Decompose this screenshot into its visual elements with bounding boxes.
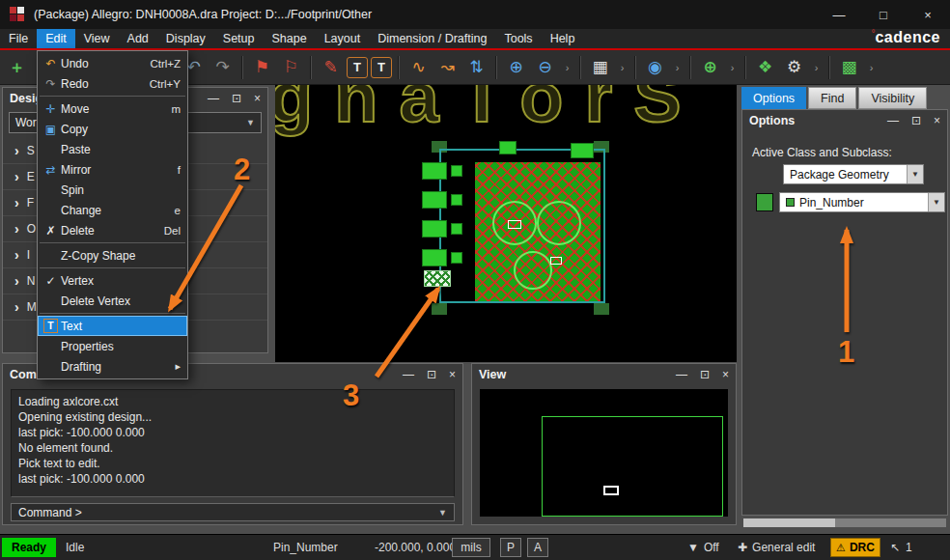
- close-icon[interactable]: ×: [254, 92, 261, 105]
- drc-button[interactable]: ⚠ DRC: [830, 538, 880, 557]
- menu-dimension-drafting[interactable]: Dimension / Drafting: [369, 29, 495, 48]
- menu-item-z-copy-shape[interactable]: Z-Copy Shape: [38, 245, 187, 266]
- visibility-overflow-icon[interactable]: ›: [671, 54, 684, 80]
- selected-pad[interactable]: [424, 270, 451, 287]
- p-button[interactable]: P: [500, 538, 521, 557]
- menu-item-text[interactable]: T Text: [38, 316, 187, 336]
- chevron-right-icon[interactable]: ›: [14, 221, 19, 237]
- units-button[interactable]: mils: [452, 538, 490, 557]
- minimize-icon[interactable]: —: [887, 114, 899, 127]
- minimize-icon[interactable]: —: [403, 368, 414, 381]
- menu-item-mirror[interactable]: ⇄ Mirror f: [38, 159, 187, 180]
- menu-edit[interactable]: Edit: [37, 29, 75, 48]
- class-combo[interactable]: Package Geometry ▼: [783, 164, 924, 184]
- view-canvas[interactable]: [480, 389, 728, 517]
- close-icon[interactable]: ×: [449, 368, 456, 381]
- menu-help[interactable]: Help: [542, 29, 584, 48]
- zoom-in-icon[interactable]: ⊕: [503, 54, 529, 80]
- zoom-overflow-icon[interactable]: ›: [561, 54, 573, 80]
- horizontal-scrollbar[interactable]: [743, 518, 946, 527]
- float-icon[interactable]: ⊡: [427, 368, 436, 381]
- pad[interactable]: [451, 194, 462, 206]
- command-input[interactable]: Command > ▼: [11, 503, 455, 521]
- edit-text-icon[interactable]: ✎: [318, 54, 344, 80]
- swap-icon[interactable]: ⇅: [463, 54, 489, 80]
- menu-item-delete[interactable]: ✗ Delete Del: [38, 220, 187, 240]
- add-text-icon[interactable]: T: [347, 57, 368, 78]
- slide-icon[interactable]: ↝: [434, 54, 461, 80]
- filter-toggle[interactable]: ▼ Off: [687, 538, 719, 557]
- menu-file[interactable]: File: [0, 29, 37, 48]
- dropdown-arrow-icon[interactable]: ▼: [907, 165, 923, 183]
- application-mode[interactable]: ✚ General edit: [738, 538, 815, 557]
- minimize-icon[interactable]: —: [208, 92, 219, 105]
- menu-item-spin[interactable]: Spin: [38, 180, 187, 200]
- scrollbar-thumb[interactable]: [743, 518, 835, 527]
- menu-view[interactable]: View: [75, 29, 119, 48]
- float-icon[interactable]: ⊡: [911, 114, 921, 127]
- menu-shape[interactable]: Shape: [264, 29, 316, 48]
- a-button[interactable]: A: [527, 538, 548, 557]
- menu-item-delete-vertex[interactable]: Delete Vertex: [38, 291, 187, 311]
- menu-item-drafting[interactable]: Drafting ▸: [38, 356, 187, 377]
- pad[interactable]: [451, 252, 462, 264]
- close-icon[interactable]: ×: [934, 114, 940, 127]
- subclass-color-swatch[interactable]: [756, 193, 773, 211]
- pad[interactable]: [499, 141, 517, 154]
- dropdown-arrow-icon[interactable]: ▼: [928, 193, 944, 211]
- chevron-right-icon[interactable]: ›: [14, 299, 19, 315]
- chevron-right-icon[interactable]: ›: [14, 169, 19, 184]
- grid-icon[interactable]: ▦: [587, 54, 613, 80]
- shape-overflow-icon[interactable]: ›: [810, 54, 823, 80]
- minimize-icon[interactable]: —: [676, 368, 687, 381]
- design-canvas[interactable]: gnaTorS: [275, 85, 737, 362]
- layers-icon[interactable]: ▩: [836, 54, 862, 80]
- text-block-icon[interactable]: T: [371, 57, 392, 78]
- zoom-out-icon[interactable]: ⊖: [532, 54, 558, 80]
- menu-item-move[interactable]: ✛ Move m: [38, 98, 187, 119]
- menu-item-vertex[interactable]: ✓ Vertex: [38, 270, 187, 291]
- menu-item-redo[interactable]: ↷ Redo Ctrl+Y: [38, 73, 187, 94]
- menu-setup[interactable]: Setup: [214, 29, 264, 48]
- add-connect-icon[interactable]: ∿: [405, 54, 432, 80]
- close-icon[interactable]: ×: [722, 368, 729, 381]
- menu-item-change[interactable]: Change e: [38, 200, 187, 220]
- chevron-right-icon[interactable]: ›: [14, 273, 19, 289]
- tab-find[interactable]: Find: [808, 87, 856, 109]
- layers-overflow-icon[interactable]: ›: [865, 54, 878, 80]
- chevron-right-icon[interactable]: ›: [14, 247, 19, 263]
- pad[interactable]: [422, 249, 447, 266]
- pad[interactable]: [422, 220, 447, 238]
- pad[interactable]: [422, 162, 447, 180]
- chevron-right-icon[interactable]: ›: [14, 143, 19, 158]
- dropdown-arrow-icon[interactable]: ▼: [438, 508, 447, 518]
- redo-icon[interactable]: ↷: [210, 54, 236, 80]
- close-button[interactable]: ×: [906, 0, 950, 29]
- settings-gear-icon[interactable]: ⚙: [781, 54, 807, 80]
- menu-item-undo[interactable]: ↶ Undo Ctrl+Z: [38, 53, 187, 73]
- tab-visibility[interactable]: Visibility: [858, 87, 927, 109]
- menu-add[interactable]: Add: [119, 29, 157, 48]
- menu-item-properties[interactable]: Properties: [38, 336, 187, 356]
- menu-item-copy[interactable]: ▣ Copy: [38, 119, 187, 139]
- maximize-button[interactable]: □: [861, 0, 906, 29]
- menu-item-paste[interactable]: Paste: [38, 139, 187, 159]
- minimize-button[interactable]: —: [817, 0, 861, 29]
- chevron-right-icon[interactable]: ›: [14, 195, 19, 210]
- float-icon[interactable]: ⊡: [700, 368, 710, 381]
- menu-tools[interactable]: Tools: [495, 29, 541, 48]
- pad[interactable]: [422, 191, 447, 209]
- tab-options[interactable]: Options: [741, 87, 806, 109]
- pad[interactable]: [451, 165, 462, 177]
- subclass-combo[interactable]: Pin_Number ▼: [779, 192, 945, 212]
- unpin-icon[interactable]: ⚐: [278, 54, 304, 80]
- add-pin-icon[interactable]: ⊕: [697, 54, 723, 80]
- add-overflow-icon[interactable]: ›: [726, 54, 739, 80]
- new-design-icon[interactable]: ＋: [4, 54, 30, 80]
- visibility-eye-icon[interactable]: ◉: [642, 54, 668, 80]
- shape-add-icon[interactable]: ❖: [752, 54, 778, 80]
- grid-overflow-icon[interactable]: ›: [616, 54, 629, 80]
- menu-display[interactable]: Display: [157, 29, 214, 48]
- pad[interactable]: [571, 143, 594, 158]
- pad[interactable]: [451, 223, 462, 235]
